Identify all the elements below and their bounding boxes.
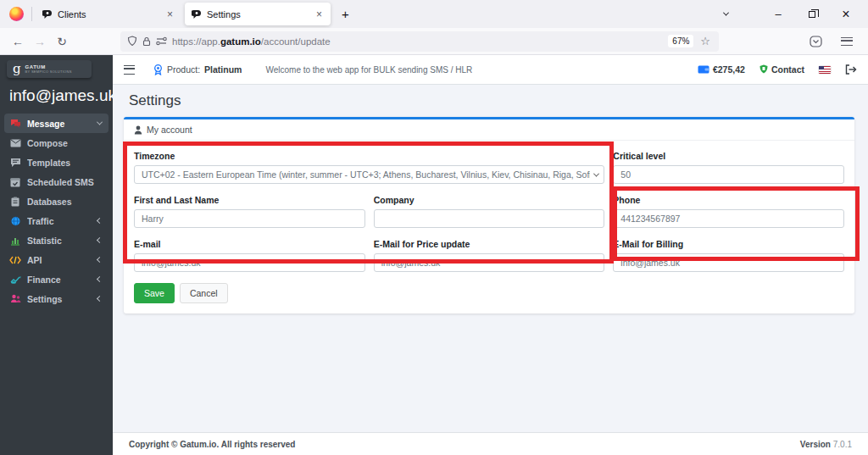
tab-settings[interactable]: Settings × (185, 3, 331, 25)
close-window-button[interactable]: × (829, 0, 863, 28)
field-email-price: E-Mail for Price update (374, 239, 605, 272)
new-tab-button[interactable]: + (334, 5, 357, 23)
traffic-globe-icon (9, 216, 21, 226)
account-form: Timezone UTC+02 - Eastern European Time … (134, 151, 844, 272)
minimize-button[interactable]: – (761, 0, 795, 28)
sidebar-item-label: Traffic (27, 216, 92, 226)
calendar-icon (9, 177, 21, 187)
zoom-level-badge[interactable]: 67% (668, 35, 693, 47)
timezone-label: Timezone (134, 151, 604, 161)
tab-clients[interactable]: Clients × (36, 3, 181, 25)
logout-icon[interactable] (845, 64, 857, 75)
pocket-icon[interactable] (810, 36, 822, 47)
sidebar-item-scheduled-sms[interactable]: Scheduled SMS (4, 172, 108, 191)
field-company: Company (374, 195, 605, 228)
sidebar-item-message[interactable]: Message (4, 114, 108, 133)
field-timezone: Timezone UTC+02 - Eastern European Time … (134, 151, 604, 184)
browser-tab-bar: Clients × Settings × + – × (0, 0, 868, 28)
shield-icon[interactable] (127, 36, 137, 47)
tab-my-account[interactable]: My account (147, 125, 192, 135)
finance-icon (9, 275, 21, 284)
template-bubble-icon (9, 158, 21, 168)
form-buttons: Save Cancel (134, 283, 844, 303)
company-label: Company (374, 195, 605, 205)
sidebar-item-label: Settings (27, 294, 92, 304)
contact-link[interactable]: Contact (760, 64, 804, 75)
sidebar: g GATUM BY SEMPICO SOLUTIONS info@james.… (0, 55, 113, 455)
app-footer: Copyright © Gatum.io. All rights reserve… (113, 432, 868, 455)
restore-button[interactable] (795, 0, 829, 28)
sidebar-item-label: Databases (27, 197, 103, 207)
sidebar-item-statistic[interactable]: Statistic (4, 230, 108, 250)
sidebar-item-label: API (27, 255, 92, 265)
email-input[interactable] (134, 253, 365, 272)
forward-button[interactable]: → (29, 31, 51, 52)
gatum-logo-glyph: g (13, 63, 21, 75)
firefox-logo-icon[interactable] (9, 7, 24, 21)
gatum-logo[interactable]: g GATUM BY SEMPICO SOLUTIONS (7, 60, 92, 78)
user-email: info@james.uk (0, 81, 113, 114)
settings-card: My account Timezone UTC+02 - Eastern Eur… (124, 117, 854, 314)
permissions-toggle-icon[interactable] (156, 36, 167, 46)
email-billing-label: E-Mail for Billing (613, 239, 844, 249)
bookmark-star-icon[interactable]: ☆ (700, 35, 710, 47)
user-icon (134, 125, 142, 135)
envelope-icon (9, 139, 21, 147)
version-text: Version 7.0.1 (800, 440, 852, 449)
tab-close-icon[interactable]: × (165, 8, 175, 20)
field-email: E-mail (134, 239, 365, 272)
balance[interactable]: €275,42 (698, 64, 745, 75)
first-last-name-label: First and Last Name (134, 195, 365, 205)
logo-subtitle: BY SEMPICO SOLUTIONS (25, 69, 72, 74)
list-tabs-button[interactable] (709, 0, 743, 28)
chevron-left-icon (97, 276, 103, 282)
first-last-name-input[interactable] (134, 209, 365, 228)
url-text[interactable]: https://app.gatum.io/account/update (172, 36, 663, 47)
api-code-icon (9, 256, 21, 264)
tab-close-icon[interactable]: × (314, 8, 324, 20)
balance-value: €275,42 (713, 64, 745, 75)
browser-toolbar: ← → ↻ https://app.gatum.io/account/updat… (0, 28, 868, 55)
field-email-billing: E-Mail for Billing (613, 239, 844, 272)
card-body: Timezone UTC+02 - Eastern European Time … (124, 141, 854, 314)
sidebar-item-finance[interactable]: Finance (4, 269, 108, 289)
page-title: Settings (129, 92, 868, 109)
lock-icon[interactable] (142, 36, 151, 47)
field-phone: Phone (613, 195, 844, 228)
cancel-button[interactable]: Cancel (180, 283, 228, 303)
sidebar-item-databases[interactable]: Databases (4, 191, 108, 211)
sidebar-item-label: Message (27, 119, 92, 129)
chevron-left-icon (97, 257, 103, 263)
company-input[interactable] (374, 209, 605, 228)
sidebar-item-label: Statistic (27, 236, 92, 246)
phone-input[interactable] (613, 209, 844, 228)
users-icon (9, 294, 21, 303)
push-menu-icon[interactable] (124, 65, 135, 75)
language-flag-icon[interactable] (819, 66, 831, 74)
app-header: Product: Platinum Welcome to the web app… (113, 55, 868, 85)
critical-level-input[interactable] (613, 165, 844, 184)
back-button[interactable]: ← (7, 31, 29, 52)
sidebar-item-traffic[interactable]: Traffic (4, 211, 108, 230)
field-first-last-name: First and Last Name (134, 195, 365, 228)
email-price-input[interactable] (374, 253, 605, 272)
medal-icon (153, 64, 163, 75)
save-button[interactable]: Save (134, 283, 175, 303)
statistic-chart-icon (9, 236, 21, 246)
url-bar[interactable]: https://app.gatum.io/account/update 67% … (120, 31, 719, 52)
sidebar-item-label: Compose (27, 138, 103, 148)
sidebar-item-api[interactable]: API (4, 250, 108, 269)
sidebar-item-settings[interactable]: Settings (4, 289, 108, 308)
email-billing-input[interactable] (613, 253, 844, 272)
card-header: My account (124, 119, 854, 141)
product-value: Platinum (204, 64, 242, 75)
tab-title: Settings (207, 9, 309, 19)
email-price-label: E-Mail for Price update (374, 239, 605, 249)
menu-icon[interactable] (841, 37, 853, 46)
chevron-left-icon (97, 237, 103, 243)
sidebar-item-compose[interactable]: Compose (4, 133, 108, 153)
phone-label: Phone (613, 195, 844, 205)
timezone-select[interactable]: UTC+02 - Eastern European Time (winter, … (134, 165, 604, 184)
sidebar-item-templates[interactable]: Templates (4, 153, 108, 172)
reload-button[interactable]: ↻ (51, 31, 73, 52)
